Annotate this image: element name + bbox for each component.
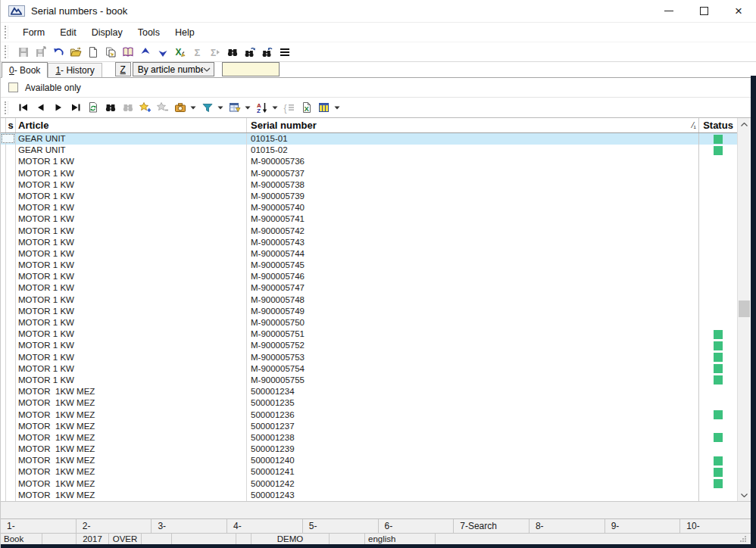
fkey-7-search[interactable]: 7-Search [454, 519, 530, 533]
open-icon[interactable] [67, 44, 84, 61]
column-header-s[interactable]: s [6, 118, 16, 132]
minimize-button[interactable] [651, 0, 686, 22]
fkey-4[interactable]: 4- [227, 519, 303, 533]
table-row[interactable]: MOTOR 1KW MEZ500001237 [1, 421, 737, 432]
next-record-icon[interactable] [49, 99, 67, 116]
form-view-dropdown-icon[interactable] [243, 99, 251, 116]
quick-search-input[interactable] [222, 62, 280, 76]
table-row[interactable]: MOTOR 1KW MEZ500001240 [1, 455, 737, 466]
column-header-status[interactable]: Status [699, 118, 737, 132]
fkey-2[interactable]: 2- [77, 519, 152, 533]
scrollbar-thumb[interactable] [739, 300, 750, 317]
sort-mode-select[interactable]: By article number [133, 62, 214, 76]
table-toolbar-drag-handle[interactable] [5, 101, 8, 114]
fkey-8[interactable]: 8- [530, 519, 605, 533]
fkey-10[interactable]: 10- [680, 519, 756, 533]
move-up-icon[interactable] [136, 44, 154, 61]
menu-item-form[interactable]: Form [16, 25, 52, 40]
last-record-icon[interactable] [67, 99, 84, 116]
book-icon[interactable] [119, 44, 136, 61]
search-again-icon[interactable] [119, 99, 136, 116]
table-row[interactable]: MOTOR 1 KWM-900005753 [1, 352, 737, 363]
table-row[interactable]: MOTOR 1 KWM-900005746 [1, 271, 737, 282]
table-row[interactable]: GEAR UNIT01015-02 [1, 145, 737, 156]
remove-record-icon[interactable] [154, 99, 171, 116]
table-row[interactable]: MOTOR 1 KWM-900005750 [1, 317, 737, 328]
table-row[interactable]: MOTOR 1 KWM-900005743 [1, 237, 737, 248]
find-previous-icon[interactable] [258, 44, 276, 61]
table-row[interactable]: GEAR UNIT01015-01 [1, 133, 737, 145]
move-down-icon[interactable] [154, 44, 171, 61]
table-row[interactable]: MOTOR 1KW MEZ500001238 [1, 432, 737, 444]
table-row[interactable]: MOTOR 1 KWM-900005736 [1, 156, 737, 167]
table-row[interactable]: MOTOR 1 KWM-900005755 [1, 375, 737, 386]
previous-record-icon[interactable] [32, 99, 49, 116]
table-row[interactable]: MOTOR 1 KWM-900005747 [1, 282, 737, 294]
table-row[interactable]: MOTOR 1 KWM-900005740 [1, 202, 737, 213]
menu-icon[interactable] [276, 44, 293, 61]
sort-icon[interactable]: AZ [253, 99, 270, 116]
find-icon[interactable] [223, 44, 241, 61]
first-record-icon[interactable] [14, 99, 32, 116]
undo-icon[interactable] [49, 44, 67, 61]
table-row[interactable]: MOTOR 1KW MEZ500001241 [1, 466, 737, 478]
tab-history[interactable]: 1 - History [48, 63, 102, 77]
snapshot-dropdown-icon[interactable] [189, 99, 197, 116]
available-only-checkbox[interactable] [8, 83, 18, 92]
menu-item-help[interactable]: Help [168, 25, 201, 40]
fkey-3[interactable]: 3- [152, 519, 227, 533]
filter-dropdown-icon[interactable] [216, 99, 224, 116]
close-button[interactable]: × [721, 0, 756, 22]
table-row[interactable]: MOTOR 1KW MEZ500001234 [1, 386, 737, 397]
menu-item-edit[interactable]: Edit [53, 25, 83, 40]
fkey-5[interactable]: 5- [303, 519, 379, 533]
vertical-scrollbar[interactable] [737, 118, 750, 501]
scroll-up-icon[interactable] [738, 118, 751, 130]
column-header-serial-number[interactable]: Serial number⁄₁ [247, 118, 699, 132]
table-row[interactable]: MOTOR 1KW MEZ500001242 [1, 478, 737, 490]
search-icon[interactable] [102, 99, 119, 116]
table-row[interactable]: MOTOR 1 KWM-900005754 [1, 363, 737, 375]
z-order-button[interactable]: Z [115, 62, 131, 76]
table-row[interactable]: MOTOR 1 KWM-900005741 [1, 213, 737, 225]
save-as-icon[interactable] [32, 44, 49, 61]
table-row[interactable]: MOTOR 1KW MEZ500001236 [1, 409, 737, 421]
table-row[interactable]: MOTOR 1 KWM-900005749 [1, 306, 737, 317]
table-row[interactable]: MOTOR 1 KWM-900005748 [1, 294, 737, 306]
table-row[interactable]: MOTOR 1KW MEZ500001235 [1, 397, 737, 409]
table-row[interactable]: MOTOR 1 KWM-900005742 [1, 226, 737, 237]
table-row[interactable]: MOTOR 1 KWM-900005739 [1, 191, 737, 202]
new-document-icon[interactable] [84, 44, 102, 61]
sort-dropdown-icon[interactable] [270, 99, 279, 116]
fkey-1[interactable]: 1- [1, 519, 77, 533]
form-view-icon[interactable] [226, 99, 243, 116]
excel-export-icon[interactable]: X [298, 99, 315, 116]
menu-drag-handle[interactable] [5, 26, 8, 39]
grid-columns-dropdown-icon[interactable] [333, 99, 341, 116]
table-row[interactable]: MOTOR 1KW MEZ500001243 [1, 490, 737, 501]
resize-grip-icon[interactable] [739, 535, 747, 543]
fkey-9[interactable]: 9- [605, 519, 681, 533]
filter-icon[interactable] [198, 99, 216, 116]
table-row[interactable]: MOTOR 1 KWM-900005745 [1, 260, 737, 271]
find-next-icon[interactable] [241, 44, 258, 61]
add-record-icon[interactable] [136, 99, 154, 116]
column-header-article[interactable]: Article [16, 118, 247, 132]
excel-edit-icon[interactable]: X [171, 44, 189, 61]
menu-item-tools[interactable]: Tools [131, 25, 167, 40]
table-row[interactable]: MOTOR 1 KWM-900005752 [1, 340, 737, 351]
grid-columns-icon[interactable] [315, 99, 333, 116]
table-row[interactable]: MOTOR 1KW MEZ500001239 [1, 444, 737, 455]
table-row[interactable]: MOTOR 1 KWM-900005737 [1, 168, 737, 179]
sum-filtered-icon[interactable]: Σ [206, 44, 223, 61]
scroll-down-icon[interactable] [738, 489, 751, 501]
table-row[interactable]: MOTOR 1 KWM-900005751 [1, 328, 737, 340]
table-row[interactable]: MOTOR 1 KWM-900005744 [1, 248, 737, 260]
snapshot-icon[interactable] [171, 99, 189, 116]
tab-book[interactable]: 0 - Book [2, 62, 48, 78]
menu-item-display[interactable]: Display [85, 25, 130, 40]
table-row[interactable]: MOTOR 1 KWM-900005738 [1, 179, 737, 191]
select-list-icon[interactable]: { [280, 99, 298, 116]
copy-icon[interactable] [102, 44, 119, 61]
save-icon[interactable] [14, 44, 32, 61]
